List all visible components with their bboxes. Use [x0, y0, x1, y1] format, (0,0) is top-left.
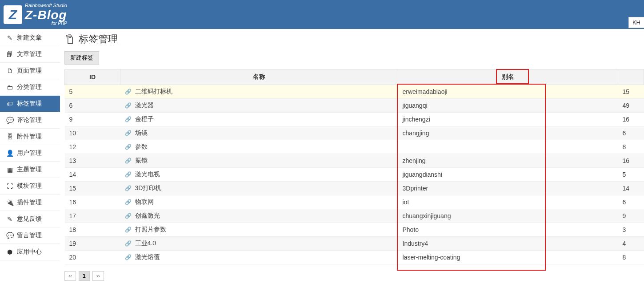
cell-alias: 3Dprinter [398, 182, 618, 195]
page-first-button[interactable]: ‹‹ [64, 271, 76, 281]
cell-count: 15 [618, 85, 644, 99]
sidebar-item-label: 页面管理 [17, 67, 42, 75]
sidebar-icon: ▦ [6, 166, 13, 173]
col-header-id[interactable]: ID [65, 69, 120, 85]
logo[interactable]: Z Rainbowsoft Studio Z-Blog for PHP [4, 3, 67, 26]
sidebar-item-2[interactable]: 🗋页面管理 [0, 63, 60, 79]
sidebar-item-label: 主题管理 [17, 166, 42, 174]
sidebar-item-5[interactable]: 💬评论管理 [0, 112, 60, 129]
sidebar-item-9[interactable]: ⛶模块管理 [0, 178, 60, 195]
cell-name: 🔗物联网 [120, 195, 398, 209]
link-icon[interactable]: 🔗 [125, 171, 132, 178]
table-row[interactable]: 9🔗金橙子jinchengzi16 [65, 113, 644, 126]
cell-id: 20 [65, 251, 120, 264]
sidebar-item-label: 留言管理 [17, 231, 42, 239]
table-row[interactable]: 13🔗振镜zhenjing16 [65, 154, 644, 168]
table-row[interactable]: 20🔗激光熔覆laser-melting-coating8 [65, 251, 644, 264]
sidebar-item-11[interactable]: ✎意见反馈 [0, 211, 60, 227]
sidebar-item-12[interactable]: 💬留言管理 [0, 227, 60, 244]
cell-count: 4 [618, 237, 644, 251]
cell-id: 10 [65, 126, 120, 140]
link-icon[interactable]: 🔗 [125, 227, 132, 233]
sidebar-item-8[interactable]: ▦主题管理 [0, 162, 60, 178]
link-icon[interactable]: 🔗 [125, 102, 132, 109]
sidebar-icon: 💬 [6, 117, 13, 124]
cell-alias: jinchengzi [398, 113, 618, 126]
cell-count: 6 [618, 126, 644, 140]
table-row[interactable]: 12🔗参数8 [65, 140, 644, 154]
sidebar-item-label: 附件管理 [17, 133, 42, 141]
col-header-alias[interactable]: 别名 [398, 69, 618, 85]
col-header-count[interactable] [618, 69, 644, 85]
cell-name: 🔗激光电视 [120, 168, 398, 182]
cell-name: 🔗激光器 [120, 99, 398, 113]
table-row[interactable]: 6🔗激光器jiguangqi49 [65, 99, 644, 113]
sidebar-item-label: 分类管理 [17, 83, 42, 91]
sidebar-item-0[interactable]: ✎新建文章 [0, 30, 60, 46]
cell-name: 🔗金橙子 [120, 113, 398, 126]
table-row[interactable]: 10🔗场镜changjing6 [65, 126, 644, 140]
cell-count: 16 [618, 113, 644, 126]
sidebar-item-10[interactable]: 🔌插件管理 [0, 195, 60, 211]
link-icon[interactable]: 🔗 [125, 89, 132, 95]
header-user-tab[interactable]: KH [628, 17, 644, 28]
sidebar-item-13[interactable]: ⬢应用中心 [0, 244, 60, 260]
page-current-button[interactable]: 1 [79, 271, 90, 281]
sidebar: ✎新建文章🗐文章管理🗋页面管理🗀分类管理🏷标签管理💬评论管理🗄附件管理👤用户管理… [0, 29, 60, 288]
sidebar-item-label: 意见反馈 [17, 215, 42, 223]
cell-count: 9 [618, 209, 644, 223]
cell-name: 🔗参数 [120, 140, 398, 154]
link-icon[interactable]: 🔗 [125, 199, 132, 205]
sidebar-item-4[interactable]: 🏷标签管理 [0, 96, 60, 112]
cell-alias: Photo [398, 223, 618, 237]
sidebar-item-1[interactable]: 🗐文章管理 [0, 46, 60, 63]
table-row[interactable]: 14🔗激光电视jiguangdianshi5 [65, 168, 644, 182]
sidebar-item-7[interactable]: 👤用户管理 [0, 145, 60, 162]
table-row[interactable]: 15🔗3D打印机3Dprinter14 [65, 182, 644, 195]
cell-count: 8 [618, 251, 644, 264]
cell-count: 16 [618, 154, 644, 168]
link-icon[interactable]: 🔗 [125, 185, 132, 191]
cell-name: 🔗振镜 [120, 154, 398, 168]
sidebar-item-label: 新建文章 [17, 34, 42, 42]
sidebar-icon: 💬 [6, 232, 13, 239]
table-row[interactable]: 16🔗物联网iot6 [65, 195, 644, 209]
cell-count: 8 [618, 140, 644, 154]
sidebar-icon: ✎ [6, 215, 13, 223]
brand-sub: for PHP [52, 21, 67, 26]
cell-id: 19 [65, 237, 120, 251]
sidebar-item-3[interactable]: 🗀分类管理 [0, 79, 60, 96]
sidebar-icon: 👤 [6, 150, 13, 157]
page-next-button[interactable]: ›› [92, 271, 104, 281]
sidebar-icon: ⛶ [6, 183, 13, 190]
table-row[interactable]: 18🔗打照片参数Photo3 [65, 223, 644, 237]
cell-name: 🔗3D打印机 [120, 182, 398, 195]
cell-name: 🔗激光熔覆 [120, 251, 398, 264]
cell-name: 🔗工业4.0 [120, 237, 398, 251]
cell-id: 16 [65, 195, 120, 209]
col-header-name[interactable]: 名称 [120, 69, 398, 85]
sidebar-icon: 🔌 [6, 199, 13, 206]
sidebar-item-6[interactable]: 🗄附件管理 [0, 129, 60, 145]
link-icon[interactable]: 🔗 [125, 254, 132, 260]
link-icon[interactable]: 🔗 [125, 158, 132, 164]
link-icon[interactable]: 🔗 [125, 130, 132, 136]
cell-name: 🔗场镜 [120, 126, 398, 140]
table-row[interactable]: 19🔗工业4.0Industry44 [65, 237, 644, 251]
brand-main: Z-Blog [25, 9, 67, 21]
link-icon[interactable]: 🔗 [125, 116, 132, 122]
sidebar-item-label: 应用中心 [17, 248, 42, 256]
cell-alias: jiguangdianshi [398, 168, 618, 182]
sidebar-icon: ⬢ [6, 248, 13, 256]
cell-alias [398, 140, 618, 154]
link-icon[interactable]: 🔗 [125, 213, 132, 219]
link-icon[interactable]: 🔗 [125, 240, 132, 247]
new-tag-button[interactable]: 新建标签 [64, 51, 99, 65]
link-icon[interactable]: 🔗 [125, 144, 132, 150]
cell-alias: Industry4 [398, 237, 618, 251]
cell-count: 14 [618, 182, 644, 195]
table-row[interactable]: 17🔗创鑫激光chuangxinjiguang9 [65, 209, 644, 223]
table-row[interactable]: 5🔗二维码打标机erweimadabiaoji15 [65, 85, 644, 99]
cell-id: 12 [65, 140, 120, 154]
sidebar-icon: 🗀 [6, 84, 13, 91]
